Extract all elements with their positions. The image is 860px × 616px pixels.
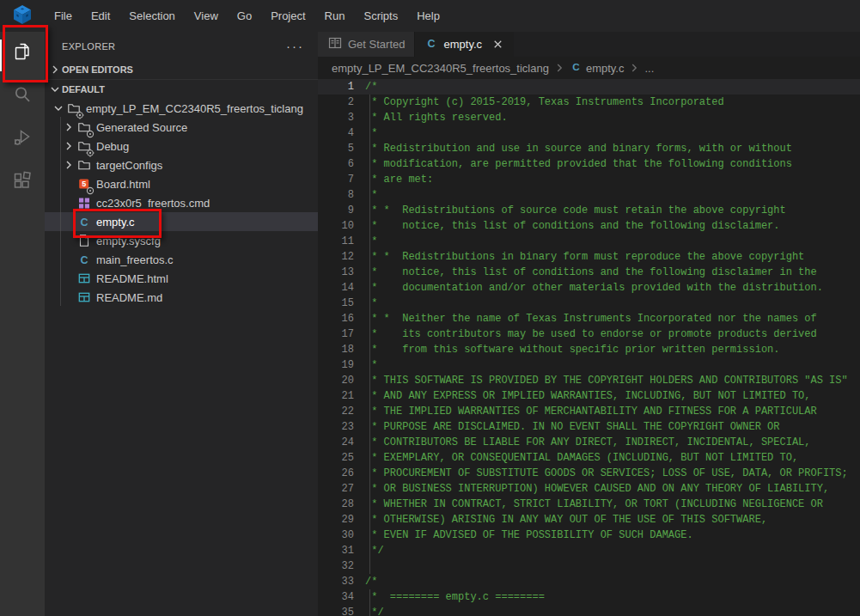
code-line[interactable]: 35 */: [318, 605, 860, 616]
line-number[interactable]: 25: [318, 450, 354, 466]
breadcrumb-item[interactable]: Cempty.c: [570, 60, 625, 76]
activity-run-debug[interactable]: [0, 118, 45, 161]
line-number[interactable]: 2: [318, 95, 354, 110]
code-line[interactable]: 3 * All rights reserved.: [318, 110, 860, 125]
line-number[interactable]: 35: [318, 605, 354, 616]
code-line[interactable]: 33/*: [318, 574, 860, 589]
code-line[interactable]: 6 * modification, are permitted provided…: [318, 156, 860, 172]
activity-search[interactable]: [0, 75, 45, 118]
line-number[interactable]: 10: [318, 218, 354, 234]
line-number[interactable]: 13: [318, 265, 354, 280]
code-line[interactable]: 10 * notice, this list of conditions and…: [318, 218, 860, 234]
code-line[interactable]: 2 * Copyright (c) 2015-2019, Texas Instr…: [318, 95, 860, 110]
chevron-right-icon[interactable]: [62, 120, 76, 134]
code-line[interactable]: 16 * * Neither the name of Texas Instrum…: [318, 311, 860, 326]
line-number[interactable]: 30: [318, 528, 354, 543]
line-number[interactable]: 9: [318, 203, 354, 218]
code-line[interactable]: 31 */: [318, 543, 860, 558]
line-number[interactable]: 8: [318, 187, 354, 203]
tree-item-empty-lp-em-cc2340r5-freertos-ticlang[interactable]: empty_LP_EM_CC2340R5_freertos_ticlang: [45, 99, 318, 118]
line-number[interactable]: 23: [318, 419, 354, 435]
code-line[interactable]: 30 * EVEN IF ADVISED OF THE POSSIBILITY …: [318, 528, 860, 543]
section-default[interactable]: DEFAULT: [45, 79, 318, 99]
code-line[interactable]: 15 *: [318, 296, 860, 311]
tree-item-empty-c[interactable]: Cempty.c: [45, 212, 318, 231]
menu-go[interactable]: Go: [228, 9, 261, 22]
activity-extensions[interactable]: [0, 161, 45, 204]
tree-item-generated-source[interactable]: Generated Source: [45, 118, 318, 137]
code-line[interactable]: 34 * ======== empty.c ========: [318, 589, 860, 605]
code-line[interactable]: 32: [318, 558, 860, 574]
line-number[interactable]: 24: [318, 435, 354, 450]
tree-item-board-html[interactable]: 5 Board.html: [45, 174, 318, 193]
code-line[interactable]: 26 * PROCUREMENT OF SUBSTITUTE GOODS OR …: [318, 466, 860, 481]
code-line[interactable]: 29 * OTHERWISE) ARISING IN ANY WAY OUT O…: [318, 512, 860, 528]
line-number[interactable]: 16: [318, 311, 354, 326]
line-number[interactable]: 12: [318, 249, 354, 265]
app-logo[interactable]: [0, 0, 45, 32]
code-line[interactable]: 27 * OR BUSINESS INTERRUPTION) HOWEVER C…: [318, 481, 860, 497]
code-line[interactable]: 25 * EXEMPLARY, OR CONSEQUENTIAL DAMAGES…: [318, 450, 860, 466]
menu-run[interactable]: Run: [315, 9, 355, 22]
line-number[interactable]: 14: [318, 280, 354, 296]
menu-edit[interactable]: Edit: [82, 9, 119, 22]
chevron-right-icon[interactable]: [62, 139, 76, 153]
code-line[interactable]: 20 * THIS SOFTWARE IS PROVIDED BY THE CO…: [318, 373, 860, 388]
menu-file[interactable]: File: [45, 9, 82, 22]
code-line[interactable]: 5 * Redistribution and use in source and…: [318, 141, 860, 156]
close-icon[interactable]: [491, 38, 504, 51]
line-number[interactable]: 22: [318, 404, 354, 419]
code-line[interactable]: 22 * THE IMPLIED WARRANTIES OF MERCHANTA…: [318, 404, 860, 419]
code-line[interactable]: 24 * CONTRIBUTORS BE LIABLE FOR ANY DIRE…: [318, 435, 860, 450]
tab-empty-c[interactable]: Cempty.c: [415, 32, 514, 57]
tree-item-readme-md[interactable]: README.md: [45, 288, 318, 307]
code-line[interactable]: 18 * from this software without specific…: [318, 342, 860, 357]
line-number[interactable]: 4: [318, 125, 354, 141]
section-open-editors[interactable]: OPEN EDITORS: [45, 60, 318, 79]
code-line[interactable]: 1/*: [318, 79, 860, 95]
code-line[interactable]: 12 * * Redistributions in binary form mu…: [318, 249, 860, 265]
line-number[interactable]: 18: [318, 342, 354, 357]
tree-item-main-freertos-c[interactable]: Cmain_freertos.c: [45, 250, 318, 269]
chevron-down-icon[interactable]: [48, 82, 62, 96]
menu-scripts[interactable]: Scripts: [354, 9, 407, 22]
chevron-right-icon[interactable]: [62, 158, 76, 172]
menu-help[interactable]: Help: [407, 9, 449, 22]
code-editor[interactable]: 1/*2 * Copyright (c) 2015-2019, Texas In…: [318, 79, 860, 616]
code-line[interactable]: 14 * documentation and/or other material…: [318, 280, 860, 296]
code-line[interactable]: 11 *: [318, 234, 860, 249]
line-number[interactable]: 34: [318, 589, 354, 605]
code-line[interactable]: 17 * its contributors may be used to end…: [318, 326, 860, 342]
breadcrumb-item[interactable]: empty_LP_EM_CC2340R5_freertos_ticlang: [332, 62, 549, 75]
line-number[interactable]: 3: [318, 110, 354, 125]
tab-get-started[interactable]: Get Started: [318, 32, 415, 57]
chevron-down-icon[interactable]: [52, 101, 65, 115]
line-number[interactable]: 21: [318, 388, 354, 404]
line-number[interactable]: 5: [318, 141, 354, 156]
code-line[interactable]: 7 * are met:: [318, 172, 860, 187]
code-line[interactable]: 4 *: [318, 125, 860, 141]
line-number[interactable]: 26: [318, 466, 354, 481]
tree-item-targetconfigs[interactable]: targetConfigs: [45, 156, 318, 174]
line-number[interactable]: 1: [318, 79, 354, 95]
line-number[interactable]: 15: [318, 296, 354, 311]
line-number[interactable]: 27: [318, 481, 354, 497]
code-line[interactable]: 23 * PURPOSE ARE DISCLAIMED. IN NO EVENT…: [318, 419, 860, 435]
code-line[interactable]: 9 * * Redistributions of source code mus…: [318, 203, 860, 218]
line-number[interactable]: 33: [318, 574, 354, 589]
menu-view[interactable]: View: [185, 9, 228, 22]
line-number[interactable]: 6: [318, 156, 354, 172]
chevron-right-icon[interactable]: [48, 63, 62, 76]
tree-item-debug[interactable]: Debug: [45, 137, 318, 156]
line-number[interactable]: 29: [318, 512, 354, 528]
code-line[interactable]: 21 * AND ANY EXPRESS OR IMPLIED WARRANTI…: [318, 388, 860, 404]
line-number[interactable]: 20: [318, 373, 354, 388]
activity-explorer[interactable]: [0, 32, 45, 75]
more-actions-icon[interactable]: ···: [286, 42, 304, 51]
line-number[interactable]: 32: [318, 558, 354, 574]
line-number[interactable]: 7: [318, 172, 354, 187]
tree-item-readme-html[interactable]: README.html: [45, 269, 318, 288]
line-number[interactable]: 31: [318, 543, 354, 558]
menu-selection[interactable]: Selection: [119, 9, 184, 22]
code-line[interactable]: 13 * notice, this list of conditions and…: [318, 265, 860, 280]
